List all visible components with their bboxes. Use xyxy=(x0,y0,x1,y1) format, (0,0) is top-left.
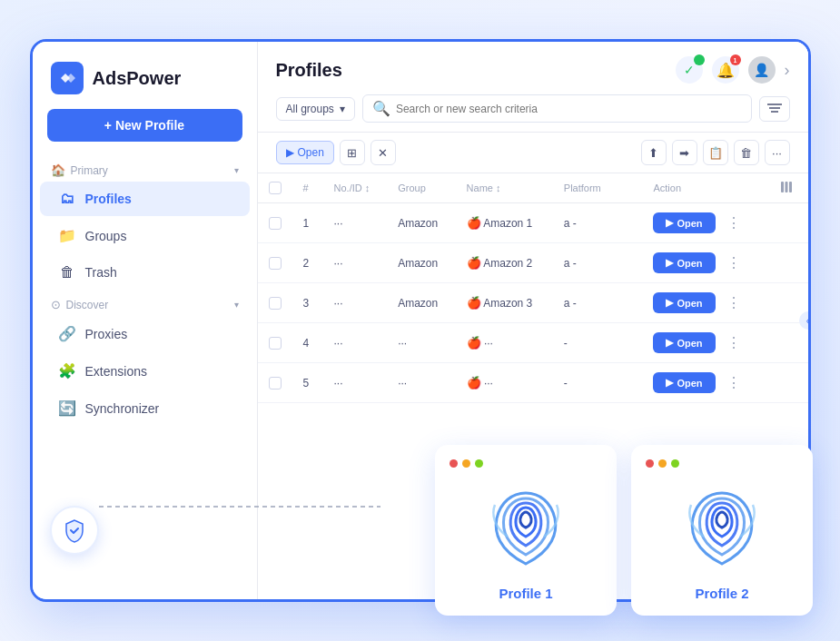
row-4-checkbox[interactable] xyxy=(269,337,282,350)
row-1-open-icon: ▶ xyxy=(666,217,673,229)
row-2-action-cell: ▶ Open ⋮ xyxy=(653,252,758,273)
security-badge xyxy=(50,506,99,555)
row-4-more-button[interactable]: ⋮ xyxy=(721,332,746,353)
group-select-chevron: ▾ xyxy=(340,103,345,115)
col-id: No./ID ↕ xyxy=(323,173,388,203)
row-5-checkbox[interactable] xyxy=(269,377,282,390)
sidebar-item-synchronizer[interactable]: 🔄 Synchronizer xyxy=(40,390,250,426)
card-2-dots xyxy=(646,459,679,468)
row-5-platform: - xyxy=(553,363,618,403)
search-box: 🔍 xyxy=(362,94,752,123)
row-3-platform: a - xyxy=(553,283,618,323)
search-toolbar: All groups ▾ 🔍 xyxy=(276,94,790,132)
row-4-num: 4 xyxy=(292,323,323,363)
profile-1-label: Profile 1 xyxy=(499,586,552,601)
status-icon-button[interactable]: ✓ xyxy=(676,56,703,84)
row-1-name: 🍎 Amazon 1 xyxy=(456,203,553,243)
dot-green xyxy=(475,459,483,468)
floating-cards: Profile 1 Profile 2 xyxy=(435,445,813,616)
row-4-platform: - xyxy=(553,323,618,363)
sidebar-item-trash[interactable]: 🗑 Trash xyxy=(40,255,250,290)
row-4-action-cell: ▶ Open ⋮ xyxy=(653,332,758,353)
profile-card-1[interactable]: Profile 1 xyxy=(435,445,617,616)
expand-button[interactable]: › xyxy=(785,61,790,80)
row-5-more-button[interactable]: ⋮ xyxy=(721,372,746,393)
col-num: # xyxy=(292,173,323,203)
open-button[interactable]: ▶ Open xyxy=(276,141,334,164)
copy-icon: 📋 xyxy=(708,146,723,160)
row-2-checkbox[interactable] xyxy=(269,257,282,270)
trash-icon: 🗑 xyxy=(58,264,76,281)
row-3-open-button[interactable]: ▶ Open xyxy=(653,292,715,313)
primary-section-label: 🏠 Primary ▾ xyxy=(33,156,257,181)
table-row: 5 ··· ··· 🍎 ··· - ▶ Open xyxy=(258,363,808,403)
group-select[interactable]: All groups ▾ xyxy=(276,97,355,121)
col-action: Action xyxy=(642,173,769,203)
extensions-icon: 🧩 xyxy=(58,362,76,380)
row-3-id: ··· xyxy=(323,283,388,323)
row-2-open-button[interactable]: ▶ Open xyxy=(653,252,715,273)
row-2-platform: a - xyxy=(553,243,618,283)
table-row: 4 ··· ··· 🍎 ··· - ▶ Open xyxy=(258,323,808,363)
action-bar: ▶ Open ⊞ ✕ ⬆ ➡ 📋 🗑 ··· xyxy=(258,133,808,173)
sidebar-item-proxies[interactable]: 🔗 Proxies xyxy=(40,316,250,351)
home-icon: 🏠 xyxy=(51,163,65,177)
row-3-more-button[interactable]: ⋮ xyxy=(721,292,746,313)
bell-icon-button[interactable]: 🔔 1 xyxy=(712,56,739,84)
row-1-platform: a - xyxy=(553,203,618,243)
table-row: 2 ··· Amazon 🍎 Amazon 2 a - ▶ Open xyxy=(258,243,808,283)
delete-button[interactable]: 🗑 xyxy=(734,140,759,165)
select-all-checkbox[interactable] xyxy=(269,182,282,194)
fingerprint-1-icon xyxy=(480,482,571,573)
synchronizer-icon: 🔄 xyxy=(58,399,76,417)
discover-chevron-icon: ▾ xyxy=(234,300,239,310)
profiles-icon: 🗂 xyxy=(58,191,76,207)
columns-icon xyxy=(780,181,793,193)
row-5-open-button[interactable]: ▶ Open xyxy=(653,372,715,393)
more-actions-button[interactable]: ··· xyxy=(765,140,790,165)
search-input[interactable] xyxy=(396,103,742,115)
row-3-name: 🍎 Amazon 3 xyxy=(456,283,553,323)
row-1-checkbox[interactable] xyxy=(269,217,282,230)
new-profile-button[interactable]: + New Profile xyxy=(47,109,242,142)
dot-red-2 xyxy=(646,459,654,468)
row-4-open-button[interactable]: ▶ Open xyxy=(653,332,715,353)
row-4-name: 🍎 ··· xyxy=(456,323,553,363)
row-3-open-icon: ▶ xyxy=(666,297,673,309)
sidebar-item-groups[interactable]: 📁 Groups xyxy=(40,218,250,253)
table-row: 3 ··· Amazon 🍎 Amazon 3 a - ▶ Open xyxy=(258,283,808,323)
row-1-more-button[interactable]: ⋮ xyxy=(721,212,746,233)
row-1-open-button[interactable]: ▶ Open xyxy=(653,212,715,233)
col-platform: Platform xyxy=(553,173,618,203)
sidebar-item-profiles[interactable]: 🗂 Profiles xyxy=(40,182,250,216)
proxies-icon: 🔗 xyxy=(58,325,76,342)
row-5-num: 5 xyxy=(292,363,323,403)
move-button[interactable]: ➡ xyxy=(672,140,697,165)
svg-rect-4 xyxy=(781,182,784,192)
copy-button[interactable]: 📋 xyxy=(703,140,728,165)
avatar-button[interactable]: 👤 xyxy=(748,56,776,84)
delete-icon: 🗑 xyxy=(740,146,752,160)
close-selected-button[interactable]: ✕ xyxy=(371,140,396,165)
upload-button[interactable]: ⬆ xyxy=(641,140,667,165)
row-1-num: 1 xyxy=(292,203,323,243)
row-1-group: Amazon xyxy=(387,203,455,243)
row-3-checkbox[interactable] xyxy=(269,297,282,310)
header-icons: ✓ 🔔 1 👤 › xyxy=(676,56,790,84)
search-icon: 🔍 xyxy=(372,100,390,117)
row-3-group: Amazon xyxy=(387,283,455,323)
sidebar-item-extensions[interactable]: 🧩 Extensions xyxy=(40,353,250,389)
row-2-open-icon: ▶ xyxy=(666,257,673,269)
row-2-num: 2 xyxy=(292,243,323,283)
row-2-more-button[interactable]: ⋮ xyxy=(721,252,746,273)
col-group: Group xyxy=(387,173,455,203)
sidebar-collapse-button[interactable]: ‹ xyxy=(799,311,811,330)
grid-icon: ⊞ xyxy=(347,146,357,160)
col-name: Name ↕ xyxy=(456,173,553,203)
grid-view-button[interactable]: ⊞ xyxy=(340,140,365,165)
avatar-icon: 👤 xyxy=(754,63,769,77)
profile-card-2[interactable]: Profile 2 xyxy=(631,445,813,616)
dot-red xyxy=(450,459,458,468)
dot-yellow-2 xyxy=(658,459,667,468)
filter-button[interactable] xyxy=(759,96,790,122)
